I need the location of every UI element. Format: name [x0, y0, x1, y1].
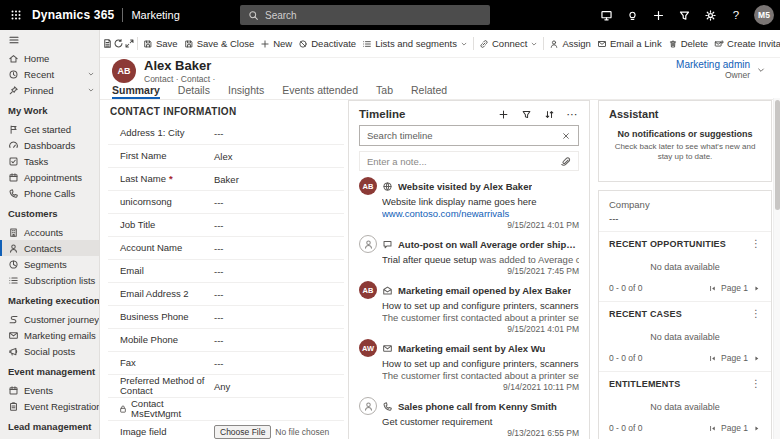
close-icon[interactable] — [561, 131, 571, 141]
field-value[interactable]: --- — [210, 128, 344, 139]
save-button[interactable]: Save — [140, 32, 181, 56]
area-name[interactable]: Marketing — [131, 9, 179, 21]
tab-details[interactable]: Details — [178, 84, 210, 99]
field-value[interactable]: --- — [210, 197, 344, 208]
sidebar-item-pinned[interactable]: Pinned — [0, 82, 99, 98]
filter-icon[interactable] — [672, 0, 696, 30]
timeline-entry-email-sent[interactable]: AW Marketing email sent by Alex Wu How t… — [359, 339, 579, 392]
tab-related[interactable]: Related — [411, 84, 447, 99]
quick-create-icon[interactable] — [646, 0, 670, 30]
sidebar-item-social-posts[interactable]: Social posts — [0, 343, 99, 359]
field-value[interactable]: --- — [210, 335, 344, 346]
sitemap-toggle-icon[interactable] — [0, 30, 99, 50]
sidebar-item-events[interactable]: Events — [0, 382, 99, 398]
trash-icon — [668, 39, 678, 49]
sidebar-item-segments[interactable]: Segments — [0, 256, 99, 272]
sidebar-item-accounts[interactable]: Accounts — [0, 224, 99, 240]
field-row: Mobile Phone--- — [108, 329, 344, 352]
sidebar-item-customer-journeys[interactable]: Customer journeys — [0, 311, 99, 327]
field-value[interactable]: Any — [210, 381, 344, 392]
field-value[interactable]: --- — [210, 243, 344, 254]
connect-button[interactable]: Connect — [476, 32, 541, 56]
field-value[interactable]: --- — [210, 312, 344, 323]
choose-file-button[interactable]: Choose File — [214, 425, 271, 439]
command-bar: Save Save & Close New Deactivate Lists a… — [100, 30, 780, 58]
sidebar-item-recent[interactable]: Recent — [0, 66, 99, 82]
tab-summary[interactable]: Summary — [112, 84, 160, 99]
user-avatar[interactable]: M5 — [754, 5, 774, 25]
entry-text: Website link display name goes here — [382, 196, 579, 207]
new-button[interactable]: New — [257, 32, 295, 56]
field-value[interactable]: --- — [210, 220, 344, 231]
contact-information-panel: CONTACT INFORMATION Address 1: City--- F… — [108, 100, 344, 439]
next-page-icon[interactable] — [752, 284, 761, 293]
delete-button[interactable]: Delete — [665, 32, 711, 56]
sidebar-item-tasks[interactable]: Tasks — [0, 153, 99, 169]
avatar: AW — [359, 339, 377, 357]
owner-field[interactable]: Marketing admin Owner — [676, 59, 766, 80]
first-page-icon[interactable] — [708, 354, 717, 363]
timeline-create-icon[interactable] — [496, 107, 510, 121]
timeline-entry-phone-call[interactable]: Sales phone call from Kenny Smith Get cu… — [359, 397, 579, 438]
help-icon[interactable]: ? — [724, 0, 748, 30]
field-row: Job Title--- — [108, 214, 344, 237]
sidebar-item-contacts[interactable]: Contacts — [0, 240, 99, 256]
tab-insights[interactable]: Insights — [228, 84, 264, 99]
timeline-filter-icon[interactable] — [519, 107, 533, 121]
save-and-close-button[interactable]: Save & Close — [181, 32, 258, 56]
page-scrollbar[interactable] — [773, 98, 780, 439]
sidebar-item-get-started[interactable]: Get started — [0, 121, 99, 137]
expand-icon[interactable] — [124, 32, 135, 56]
note-input[interactable]: Enter a note... — [359, 151, 579, 171]
field-value[interactable]: Alex — [210, 151, 344, 162]
email-a-link-button[interactable]: Email a Link — [594, 32, 665, 56]
app-launcher-icon[interactable] — [0, 0, 32, 30]
field-value[interactable]: Baker — [210, 174, 344, 185]
sidebar-item-marketing-emails[interactable]: Marketing emails — [0, 327, 99, 343]
owner-link[interactable]: Marketing admin — [676, 59, 750, 70]
screen-share-icon[interactable] — [594, 0, 618, 30]
scrollbar-thumb[interactable] — [775, 100, 780, 210]
lightbulb-icon[interactable] — [620, 0, 644, 30]
sidebar-item-event-registrations[interactable]: Event Registrations — [0, 398, 99, 414]
deactivate-button[interactable]: Deactivate — [295, 32, 359, 56]
field-value[interactable]: --- — [210, 266, 344, 277]
global-search-input[interactable]: Search — [240, 5, 490, 25]
sidebar-item-appointments[interactable]: Appointments — [0, 169, 99, 185]
section-menu-icon[interactable]: ⋮ — [751, 308, 761, 319]
tab-tab[interactable]: Tab — [376, 84, 393, 99]
sidebar-item-home[interactable]: Home — [0, 50, 99, 66]
next-page-icon[interactable] — [752, 354, 761, 363]
form-document-icon[interactable] — [102, 32, 113, 56]
task-icon — [8, 156, 19, 167]
sidebar-item-phone-calls[interactable]: Phone Calls — [0, 185, 99, 201]
section-menu-icon[interactable]: ⋮ — [751, 238, 761, 249]
timeline-entry-website-visit[interactable]: AB Website visited by Alex Baker Website… — [359, 177, 579, 230]
field-value[interactable]: --- — [210, 358, 344, 369]
timeline-sort-icon[interactable] — [542, 107, 556, 121]
record-title: Alex Baker — [144, 59, 215, 72]
lists-and-segments-button[interactable]: Lists and segments — [359, 32, 471, 56]
assign-button[interactable]: Assign — [546, 32, 594, 56]
section-menu-icon[interactable]: ⋮ — [751, 378, 761, 389]
sidebar-item-subscription-lists[interactable]: Subscription lists — [0, 272, 99, 288]
command-divider — [473, 37, 474, 50]
field-value[interactable]: --- — [210, 289, 344, 300]
timeline-more-icon[interactable]: ⋯ — [565, 107, 579, 121]
company-value[interactable]: --- — [609, 213, 761, 224]
attachment-icon[interactable] — [560, 156, 571, 167]
settings-gear-icon[interactable] — [698, 0, 722, 30]
timeline-entry-email-opened[interactable]: AB Marketing email opened by Alex Baker … — [359, 281, 579, 334]
tab-events-attended[interactable]: Events attended — [282, 84, 358, 99]
app-name[interactable]: Dynamics 365 — [32, 8, 114, 22]
create-invitation-button[interactable]: Create Invitation — [711, 32, 780, 56]
first-page-icon[interactable] — [708, 284, 717, 293]
dynamics365-contact-page: Dynamics 365 Marketing Search ? M5 Home … — [0, 0, 780, 439]
refresh-icon[interactable] — [113, 32, 124, 56]
sidebar-item-dashboards[interactable]: Dashboards — [0, 137, 99, 153]
first-page-icon[interactable] — [708, 424, 717, 433]
timeline-search-input[interactable]: Search timeline — [359, 125, 579, 146]
entry-link[interactable]: www.contoso.com/newarrivals — [382, 208, 579, 219]
next-page-icon[interactable] — [752, 424, 761, 433]
timeline-entry-auto-post[interactable]: Auto-post on wall Average order shipment… — [359, 235, 579, 276]
